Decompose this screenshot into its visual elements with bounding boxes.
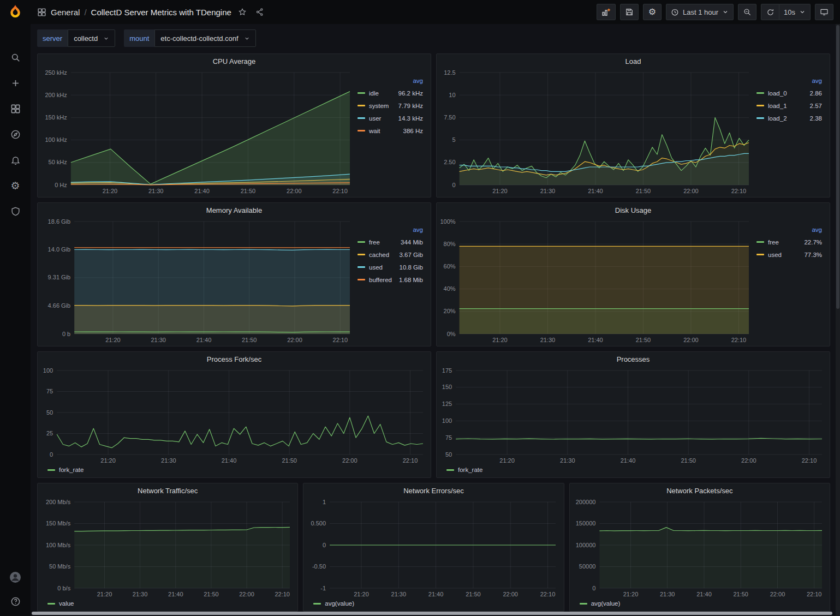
save-dashboard-button[interactable] [620,4,639,20]
legend-avg-header[interactable]: avg [756,224,822,236]
dashboards-icon [10,104,21,114]
sidebar-item-explore[interactable] [7,127,24,141]
svg-text:22:00: 22:00 [770,591,785,597]
panel-title[interactable]: Processes [437,352,830,366]
chart-disk-usage[interactable]: 0%20%40%60%80%100%21:2021:3021:4021:5022… [439,217,752,345]
series-name[interactable]: system [369,103,389,109]
panel-network-errors: Network Errors/sec -1-0.5000.500121:2021… [303,483,564,612]
series-name[interactable]: free [369,239,380,246]
sidebar-item-alerting[interactable] [7,153,24,167]
series-name[interactable]: fork_rate [458,467,482,473]
chart-network-packets[interactable]: 05000010000015000020000021:2021:3021:402… [572,498,825,599]
sidebar-item-server-admin[interactable] [7,204,24,218]
horizontal-scrollbar-thumb[interactable] [32,612,832,615]
svg-text:100%: 100% [440,218,455,225]
svg-text:200000: 200000 [575,499,595,505]
svg-text:250 kHz: 250 kHz [45,69,67,76]
panel-title[interactable]: Disk Usage [437,203,830,217]
breadcrumb-separator: / [84,8,86,17]
series-name[interactable]: idle [369,90,379,97]
top-navbar: General / CollectD Server Metrics with T… [0,0,840,24]
sidebar-item-create[interactable] [7,76,24,90]
chart-network-traffic[interactable]: 0 b/s50 Mb/s100 Mb/s150 Mb/s200 Mb/s21:2… [40,498,293,599]
series-name[interactable]: avg(value) [325,600,354,607]
gear-icon: ⚙ [10,181,20,191]
user-avatar[interactable] [7,570,24,584]
svg-text:21:20: 21:20 [97,591,112,597]
chart-cpu-average[interactable]: 0 Hz50 kHz100 kHz150 kHz200 kHz250 kHz21… [40,68,353,196]
series-name[interactable]: user [369,115,381,122]
series-name[interactable]: used [369,264,383,271]
series-swatch [580,603,587,605]
chart-load[interactable]: 02.5057.501012.521:2021:3021:4021:5022:0… [439,68,752,196]
refresh-icon [766,8,775,16]
refresh-button[interactable] [761,4,779,20]
legend-avg-header[interactable]: avg [358,224,423,236]
series-name[interactable]: used [768,252,782,258]
panel-title[interactable]: Memory Available [38,203,431,217]
series-name[interactable]: avg(value) [591,600,621,607]
star-button[interactable] [236,5,249,19]
zoom-out-button[interactable] [738,4,756,20]
dashboard-settings-button[interactable]: ⚙ [643,4,662,20]
panel-title[interactable]: Network Traffic/sec [38,483,297,498]
apps-icon [37,8,46,17]
panel-title[interactable]: Network Errors/sec [303,483,563,498]
grafana-app: General / CollectD Server Metrics with T… [0,0,840,616]
legend-item: user14.3 kHz [358,112,423,124]
panel-process-fork: Process Fork/sec 025507510021:2021:3021:… [37,351,431,478]
legend-avg-header[interactable]: avg [358,75,423,87]
series-name[interactable]: load_0 [768,90,787,97]
svg-text:150: 150 [442,384,452,390]
series-name[interactable]: load_1 [768,103,787,109]
variable-server: server collectd [37,29,115,47]
panel-title[interactable]: Network Packets/sec [570,483,830,498]
svg-text:0: 0 [592,585,595,591]
share-button[interactable] [253,5,266,19]
breadcrumb-folder[interactable]: General [51,8,80,17]
variable-value-server[interactable]: collectd [68,29,115,47]
series-name[interactable]: wait [369,128,380,134]
svg-text:21:40: 21:40 [194,188,210,194]
svg-text:50 Mb/s: 50 Mb/s [49,563,71,570]
sidebar-item-configuration[interactable]: ⚙ [7,178,24,193]
svg-text:100000: 100000 [575,542,595,548]
series-name[interactable]: cached [369,252,389,258]
cycle-view-button[interactable] [815,4,833,20]
svg-text:21:40: 21:40 [168,591,183,597]
series-name[interactable]: buffered [369,277,392,283]
variable-selected-server: collectd [74,34,98,43]
svg-text:40%: 40% [444,285,456,292]
chart-processes[interactable]: 507510012515017521:2021:3021:4021:5022:0… [439,366,825,465]
svg-text:75: 75 [445,434,452,441]
series-name[interactable]: value [59,600,74,607]
chart-network-errors[interactable]: -1-0.5000.500121:2021:3021:4021:5022:002… [306,498,559,599]
panel-title[interactable]: Process Fork/sec [38,352,431,366]
vertical-scrollbar[interactable] [836,24,840,616]
chart-memory-available[interactable]: 0 b4.66 Gib9.31 Gib14.0 Gib18.6 Gib21:20… [40,217,353,345]
grafana-logo[interactable] [7,3,24,21]
variable-value-mount[interactable]: etc-collectd-collectd.conf [154,29,255,47]
legend-avg-header[interactable]: avg [756,75,822,87]
add-panel-button[interactable] [597,4,616,20]
series-swatch [756,92,764,94]
sidebar-item-search[interactable] [7,50,24,64]
svg-text:22:00: 22:00 [342,457,358,464]
series-avg-value: 2.38 [810,115,822,122]
series-name[interactable]: load_2 [768,115,787,122]
vertical-scrollbar-thumb[interactable] [836,25,839,309]
panel-title[interactable]: CPU Average [38,54,431,68]
time-range-picker[interactable]: Last 1 hour [666,4,734,20]
panel-title[interactable]: Load [437,54,830,68]
chart-process-fork[interactable]: 025507510021:2021:3021:4021:5022:0022:10 [40,366,426,465]
help-button[interactable] [7,594,24,608]
series-name[interactable]: fork_rate [59,467,84,473]
refresh-group: 10s [761,4,811,20]
sidebar-item-dashboards[interactable] [7,101,24,116]
series-name[interactable]: free [768,239,779,246]
svg-text:200 kHz: 200 kHz [45,92,67,98]
refresh-interval-dropdown[interactable]: 10s [779,4,811,20]
panel-legend: avg(value) [572,599,825,610]
svg-text:-0.50: -0.50 [312,563,326,570]
svg-text:22:00: 22:00 [239,591,254,597]
